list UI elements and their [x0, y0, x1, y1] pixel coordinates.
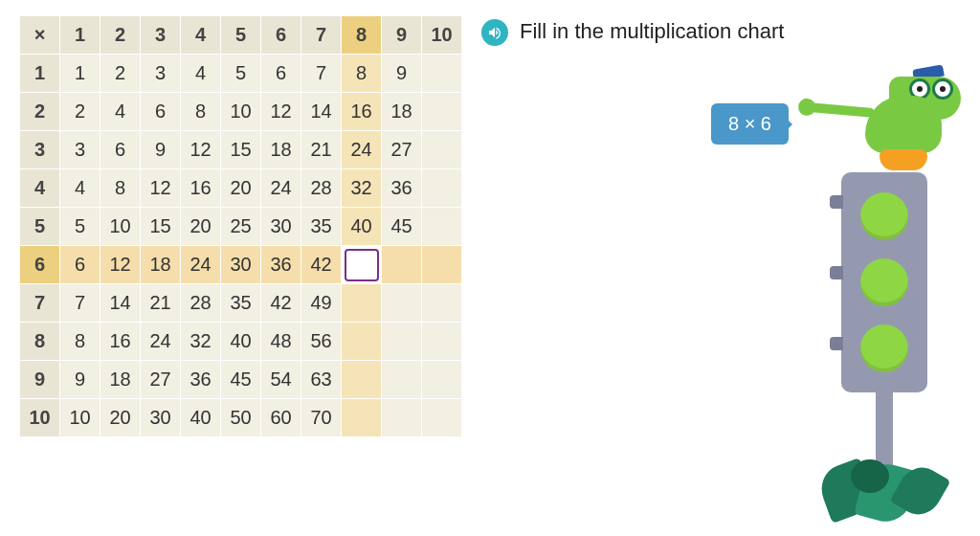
chart-cell: 42 — [261, 284, 301, 323]
audio-button[interactable] — [481, 19, 508, 46]
chart-cell: 18 — [382, 93, 422, 131]
chart-cell: 9 — [141, 131, 181, 169]
chart-cell: 18 — [261, 131, 301, 169]
chart-cell: 10 — [221, 93, 261, 131]
multiplication-chart: ×123456789101123456789224681012141618336… — [19, 15, 462, 437]
chart-cell: 6 — [60, 246, 100, 284]
chart-cell: 8 — [60, 323, 100, 361]
chart-cell: 6 — [261, 55, 301, 93]
chart-cell: 56 — [301, 323, 342, 361]
character-illustration — [808, 57, 961, 517]
chart-cell — [422, 246, 462, 284]
chart-corner: × — [20, 16, 60, 55]
chart-cell: 24 — [181, 246, 221, 284]
chart-cell: 36 — [181, 361, 221, 399]
chart-cell — [342, 323, 382, 361]
chart-cell: 30 — [221, 246, 261, 284]
row-header: 2 — [20, 93, 60, 131]
col-header: 5 — [221, 16, 261, 55]
chart-cell: 8 — [181, 93, 221, 131]
chart-cell: 12 — [261, 93, 301, 131]
chart-cell: 20 — [181, 208, 221, 246]
chart-cell: 21 — [141, 284, 181, 323]
col-header: 10 — [422, 16, 462, 55]
chart-cell — [422, 323, 462, 361]
traffic-light-icon — [841, 172, 927, 479]
row-header: 10 — [20, 399, 60, 437]
chart-cell: 45 — [382, 208, 422, 246]
col-header: 4 — [181, 16, 221, 55]
chart-cell: 21 — [301, 131, 342, 169]
row-header: 6 — [20, 246, 60, 284]
col-header: 1 — [60, 16, 100, 55]
chart-cell — [422, 55, 462, 93]
chart-cell: 28 — [181, 284, 221, 323]
chart-cell: 12 — [100, 246, 141, 284]
chart-cell: 54 — [261, 361, 301, 399]
chart-cell: 8 — [100, 169, 141, 208]
chart-cell: 18 — [141, 246, 181, 284]
chart-cell: 70 — [301, 399, 342, 437]
chart-cell: 16 — [342, 93, 382, 131]
speech-bubble: 8 × 6 — [711, 103, 789, 145]
chart-cell: 30 — [261, 208, 301, 246]
chart-cell: 10 — [60, 399, 100, 437]
chart-cell: 15 — [221, 131, 261, 169]
chart-cell: 35 — [301, 208, 342, 246]
chart-cell: 40 — [181, 399, 221, 437]
chart-cell: 15 — [141, 208, 181, 246]
chart-cell: 24 — [342, 131, 382, 169]
chart-cell — [422, 93, 462, 131]
chart-cell: 60 — [261, 399, 301, 437]
chart-cell: 40 — [221, 323, 261, 361]
chart-cell: 16 — [100, 323, 141, 361]
row-header: 9 — [20, 361, 60, 399]
chart-cell: 3 — [60, 131, 100, 169]
chart-cell — [422, 131, 462, 169]
chart-cell: 4 — [181, 55, 221, 93]
row-header: 8 — [20, 323, 60, 361]
chart-cell: 28 — [301, 169, 342, 208]
chart-cell — [342, 399, 382, 437]
chart-cell: 40 — [342, 208, 382, 246]
chart-cell: 63 — [301, 361, 342, 399]
row-header: 7 — [20, 284, 60, 323]
chart-cell — [422, 361, 462, 399]
row-header: 1 — [20, 55, 60, 93]
chart-cell — [422, 169, 462, 208]
chart-cell: 3 — [141, 55, 181, 93]
chart-cell: 7 — [301, 55, 342, 93]
chart-cell: 8 — [342, 55, 382, 93]
col-header: 2 — [100, 16, 141, 55]
chart-cell: 42 — [301, 246, 342, 284]
chart-cell: 5 — [221, 55, 261, 93]
chart-cell: 48 — [261, 323, 301, 361]
chart-cell: 4 — [100, 93, 141, 131]
chart-cell — [422, 399, 462, 437]
chart-cell: 9 — [382, 55, 422, 93]
col-header: 7 — [301, 16, 342, 55]
answer-input[interactable] — [345, 249, 379, 281]
chart-cell: 24 — [261, 169, 301, 208]
chart-cell — [382, 399, 422, 437]
chart-cell: 7 — [60, 284, 100, 323]
chart-cell: 27 — [141, 361, 181, 399]
chart-cell: 32 — [342, 169, 382, 208]
chart-cell: 35 — [221, 284, 261, 323]
chart-cell: 24 — [141, 323, 181, 361]
row-header: 5 — [20, 208, 60, 246]
chart-cell: 30 — [141, 399, 181, 437]
chart-cell — [342, 361, 382, 399]
chart-cell: 14 — [301, 93, 342, 131]
chart-cell: 2 — [100, 55, 141, 93]
chart-cell: 10 — [100, 208, 141, 246]
chart-cell: 9 — [60, 361, 100, 399]
chart-cell: 6 — [100, 131, 141, 169]
chart-cell: 45 — [221, 361, 261, 399]
chart-cell: 4 — [60, 169, 100, 208]
speaker-icon — [487, 25, 502, 40]
chart-cell: 1 — [60, 55, 100, 93]
chart-cell: 12 — [141, 169, 181, 208]
chart-cell: 36 — [261, 246, 301, 284]
chart-cell — [382, 323, 422, 361]
